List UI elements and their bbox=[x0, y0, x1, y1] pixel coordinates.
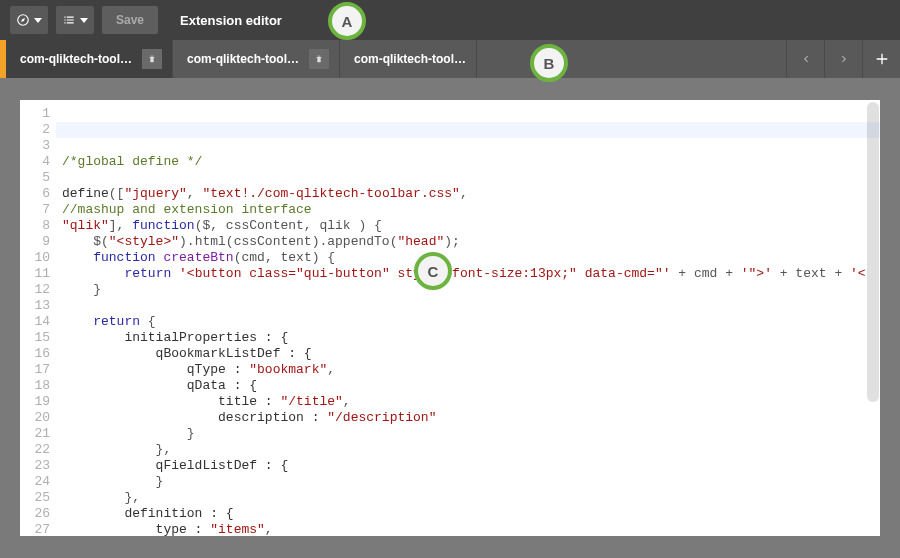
chevron-left-icon bbox=[801, 54, 811, 64]
code-line[interactable]: $("<style>").html(cssContent).appendTo("… bbox=[62, 234, 880, 250]
code-line[interactable]: qType : "bookmark", bbox=[62, 362, 880, 378]
code-line[interactable]: /*global define */ bbox=[62, 154, 880, 170]
trash-icon bbox=[314, 54, 324, 64]
tab-label: com-qliktech-tool… bbox=[187, 52, 299, 66]
chevron-down-icon bbox=[34, 18, 42, 23]
code-line[interactable]: type : "items", bbox=[62, 522, 880, 536]
code-line[interactable]: "qlik"], function($, cssContent, qlik ) … bbox=[62, 218, 880, 234]
list-menu-button[interactable] bbox=[56, 6, 94, 34]
code-line[interactable]: initialProperties : { bbox=[62, 330, 880, 346]
code-line[interactable] bbox=[62, 170, 880, 186]
active-line-highlight bbox=[56, 122, 880, 138]
callout-a: A bbox=[328, 2, 366, 40]
code-line[interactable]: definition : { bbox=[62, 506, 880, 522]
code-line[interactable]: qData : { bbox=[62, 378, 880, 394]
code-line[interactable]: return '<button class="qui-button" style… bbox=[62, 266, 880, 282]
tab-prev-button[interactable] bbox=[786, 40, 824, 78]
tab-close-button[interactable] bbox=[309, 49, 329, 69]
editor-shell: 1234567891011121314151617181920212223242… bbox=[0, 78, 900, 558]
code-line[interactable] bbox=[62, 298, 880, 314]
code-line[interactable]: function createBtn(cmd, text) { bbox=[62, 250, 880, 266]
code-line[interactable]: return { bbox=[62, 314, 880, 330]
chevron-down-icon bbox=[80, 18, 88, 23]
code-line[interactable]: } bbox=[62, 282, 880, 298]
top-toolbar: Save Extension editor bbox=[0, 0, 900, 40]
code-area[interactable]: /*global define */define(["jquery", "tex… bbox=[56, 100, 880, 536]
save-button[interactable]: Save bbox=[102, 6, 158, 34]
chevron-right-icon bbox=[839, 54, 849, 64]
code-line[interactable]: qFieldListDef : { bbox=[62, 458, 880, 474]
compass-icon bbox=[16, 13, 30, 27]
code-line[interactable]: }, bbox=[62, 442, 880, 458]
file-tab[interactable]: com-qliktech-tool… bbox=[340, 40, 477, 78]
code-line[interactable]: //mashup and extension interface bbox=[62, 202, 880, 218]
trash-icon bbox=[147, 54, 157, 64]
code-line[interactable]: define(["jquery", "text!./com-qliktech-t… bbox=[62, 186, 880, 202]
tab-close-button[interactable] bbox=[142, 49, 162, 69]
code-line[interactable]: } bbox=[62, 426, 880, 442]
line-gutter: 1234567891011121314151617181920212223242… bbox=[20, 100, 56, 536]
app-title: Extension editor bbox=[180, 13, 282, 28]
code-line[interactable]: qBookmarkListDef : { bbox=[62, 346, 880, 362]
code-line[interactable]: } bbox=[62, 474, 880, 490]
code-editor[interactable]: 1234567891011121314151617181920212223242… bbox=[20, 100, 880, 536]
file-tab[interactable]: com-qliktech-tool… bbox=[173, 40, 340, 78]
file-tab[interactable]: com-qliktech-tool… bbox=[6, 40, 173, 78]
code-line[interactable]: }, bbox=[62, 490, 880, 506]
plus-icon bbox=[874, 51, 890, 67]
tab-label: com-qliktech-tool… bbox=[20, 52, 132, 66]
tab-add-button[interactable] bbox=[862, 40, 900, 78]
tab-strip: com-qliktech-tool… com-qliktech-tool… co… bbox=[0, 40, 900, 78]
tab-label: com-qliktech-tool… bbox=[354, 52, 466, 66]
callout-b: B bbox=[530, 44, 568, 82]
callout-c: C bbox=[414, 252, 452, 290]
list-icon bbox=[62, 13, 76, 27]
compass-menu-button[interactable] bbox=[10, 6, 48, 34]
code-line[interactable]: title : "/title", bbox=[62, 394, 880, 410]
code-line[interactable]: description : "/description" bbox=[62, 410, 880, 426]
tab-next-button[interactable] bbox=[824, 40, 862, 78]
